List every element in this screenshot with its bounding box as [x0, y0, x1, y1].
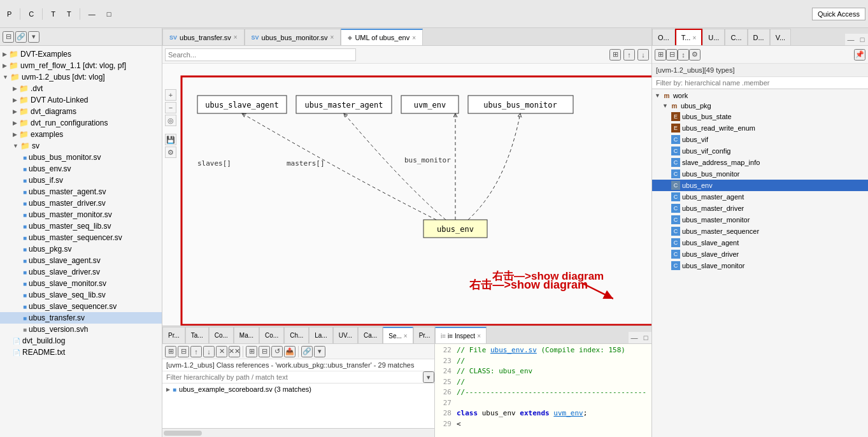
- tab-se[interactable]: Se... ×: [383, 327, 413, 343]
- tab-close-se[interactable]: ×: [404, 333, 408, 340]
- tab-uv[interactable]: UV...: [333, 327, 358, 343]
- hide-button[interactable]: ⊟: [259, 346, 270, 357]
- right-toolbar-btn4[interactable]: ⚙: [689, 49, 701, 61]
- quick-access-button[interactable]: Quick Access: [812, 8, 865, 20]
- refresh-button[interactable]: ↺: [271, 346, 283, 357]
- right-tree-ubus-vif-config[interactable]: C ubus_vif_config: [652, 145, 868, 157]
- tree-item-ubus-env[interactable]: ■ ubus_env.sv: [0, 163, 162, 175]
- link-editor-button[interactable]: 🔗: [15, 31, 27, 43]
- right-tree-ubus-master-driver[interactable]: C ubus_master_driver: [652, 203, 868, 214]
- tab-pr2[interactable]: Pr...: [413, 327, 434, 343]
- tree-item-ubus-pkg[interactable]: ■ ubus_pkg.sv: [0, 243, 162, 255]
- nav-down-button[interactable]: ↓: [203, 346, 215, 357]
- copy-button[interactable]: ✕: [216, 346, 227, 357]
- right-tab-v[interactable]: V...: [770, 29, 792, 45]
- tree-item-ubus-version[interactable]: ■ ubus_version.svh: [0, 324, 162, 335]
- collapse-all-button[interactable]: ⊟: [178, 346, 189, 357]
- right-toolbar-btn2[interactable]: ⊟: [666, 49, 678, 61]
- nav-up-button[interactable]: ↑: [190, 346, 202, 357]
- tree-item-dvt[interactable]: ▶ 📁 .dvt: [0, 83, 162, 94]
- tree-item-ubus-slave-driver[interactable]: ■ ubus_slave_driver.sv: [0, 266, 162, 278]
- tree-item-ubus-slave-seq2[interactable]: ■ ubus_slave_sequencer.sv: [0, 301, 162, 312]
- copy-all-button[interactable]: ✕✕: [229, 346, 240, 357]
- menu-button[interactable]: ▾: [28, 31, 39, 43]
- diagram-option-button[interactable]: ⚙: [165, 147, 176, 158]
- toolbar-minus-button[interactable]: —: [84, 8, 100, 20]
- tab-uml-ubus-env[interactable]: ◆ UML of ubus_env ×: [341, 29, 423, 45]
- tree-item-dvt-examples[interactable]: ▶ 📁 DVT-Examples: [0, 48, 162, 60]
- right-tree-ubus-slave-driver[interactable]: C ubus_slave_driver: [652, 248, 868, 260]
- right-tree-ubus-rw-enum[interactable]: E ubus_read_write_enum: [652, 122, 868, 134]
- right-tree-ubus-master-seq[interactable]: C ubus_master_sequencer: [652, 226, 868, 237]
- toolbar-t1-button[interactable]: T: [46, 8, 60, 20]
- tree-item-dvt-auto[interactable]: ▶ 📁 DVT Auto-Linked: [0, 94, 162, 106]
- tree-item-ubus-master-seq2[interactable]: ■ ubus_master_sequencer.sv: [0, 232, 162, 243]
- tab-ch[interactable]: Ch...: [284, 327, 309, 343]
- right-filter-input[interactable]: [652, 77, 868, 89]
- right-tree-ubus-slave-agent[interactable]: C ubus_slave_agent: [652, 237, 868, 248]
- menu-button[interactable]: ▾: [314, 346, 325, 357]
- tree-item-ubus-transfer[interactable]: ■ ubus_transfer.sv: [0, 312, 162, 324]
- tree-item-ubus-bus-monitor[interactable]: ■ ubus_bus_monitor.sv: [0, 152, 162, 163]
- search-input[interactable]: [165, 48, 356, 61]
- tree-item-uvm-ref[interactable]: ▶ 📁 uvm_ref_flow_1.1 [dvt: vlog, pf]: [0, 60, 162, 71]
- zoom-out-button[interactable]: −: [165, 102, 176, 113]
- nav-down-button[interactable]: ↓: [637, 49, 649, 61]
- tree-item-ubus-master-driver[interactable]: ■ ubus_master_driver.sv: [0, 197, 162, 209]
- show-button[interactable]: ⊞: [246, 346, 257, 357]
- tree-item-ubus-slave-monitor[interactable]: ■ ubus_slave_monitor.sv: [0, 278, 162, 289]
- filter-menu-button[interactable]: ▾: [423, 371, 434, 383]
- tab-co2[interactable]: Co...: [259, 327, 284, 343]
- tree-item-ubus-slave-seq[interactable]: ■ ubus_slave_seq_lib.sv: [0, 289, 162, 301]
- right-toolbar-pin[interactable]: 📌: [854, 49, 865, 61]
- zoom-in-button[interactable]: +: [165, 89, 176, 101]
- right-tree-ubus-pkg[interactable]: ▼ m ubus_pkg: [652, 101, 868, 111]
- list-item-scoreboard[interactable]: ▶ ■ ubus_example_scoreboard.sv (3 matche…: [162, 383, 434, 395]
- right-tree-ubus-bus-monitor[interactable]: C ubus_bus_monitor: [652, 168, 868, 180]
- tree-item-dvt-run[interactable]: ▶ 📁 dvt_run_configurations: [0, 117, 162, 129]
- right-toolbar-btn1[interactable]: ⊞: [655, 49, 666, 61]
- tree-item-sv[interactable]: ▼ 📁 sv: [0, 140, 162, 152]
- collapse-all-button[interactable]: ⊟: [3, 31, 14, 43]
- tree-item-uvm-ubus[interactable]: ▼ 📁 uvm-1.2_ubus [dvt: vlog]: [0, 71, 162, 83]
- tab-close-inspect[interactable]: ×: [477, 333, 481, 340]
- right-tab-t[interactable]: T... ×: [675, 29, 703, 45]
- minimize-inspect-button[interactable]: —: [629, 332, 640, 343]
- toolbar-c-button[interactable]: C: [24, 8, 38, 20]
- tab-pr1[interactable]: Pr...: [162, 327, 185, 343]
- tree-item-ubus-master-agent[interactable]: ■ ubus_master_agent.sv: [0, 186, 162, 197]
- tab-ma[interactable]: Ma...: [234, 327, 259, 343]
- right-tab-d[interactable]: D...: [748, 29, 770, 45]
- file-link[interactable]: ubus_env.sv: [490, 346, 537, 354]
- zoom-fit-button[interactable]: ⊞: [609, 49, 621, 61]
- toolbar-p-button[interactable]: P: [3, 8, 16, 20]
- right-tree-ubus-env[interactable]: C ubus_env: [652, 180, 868, 191]
- maximize-right-button[interactable]: □: [857, 34, 868, 45]
- tab-ubus-transfer[interactable]: SV ubus_transfer.sv ×: [162, 29, 245, 45]
- right-tree-ubus-bus-state[interactable]: E ubus_bus_state: [652, 111, 868, 122]
- tab-close-button[interactable]: ×: [412, 34, 416, 41]
- tab-inspect[interactable]: i≡ i≡ Inspect ×: [435, 327, 487, 343]
- tab-close-t[interactable]: ×: [692, 34, 696, 41]
- right-toolbar-btn3[interactable]: ↕: [678, 49, 689, 61]
- maximize-inspect-button[interactable]: □: [640, 332, 651, 343]
- link-button[interactable]: 🔗: [301, 346, 313, 357]
- tree-item-ubus-master-seq[interactable]: ■ ubus_master_seq_lib.sv: [0, 220, 162, 232]
- right-tree-ubus-master-agent[interactable]: C ubus_master_agent: [652, 191, 868, 203]
- tree-item-ubus-slave-agent[interactable]: ■ ubus_slave_agent.sv: [0, 255, 162, 266]
- nav-up-button[interactable]: ↑: [623, 49, 635, 61]
- tree-item-readme[interactable]: 📄 README.txt: [0, 347, 162, 358]
- tab-close-button[interactable]: ×: [234, 34, 238, 41]
- tab-ca[interactable]: Ca...: [358, 327, 383, 343]
- horizontal-scrollbar[interactable]: [162, 428, 434, 437]
- tree-item-examples[interactable]: ▶ 📁 examples: [0, 129, 162, 140]
- minimize-right-button[interactable]: —: [845, 34, 857, 45]
- bottom-filter-input[interactable]: [162, 371, 423, 383]
- tree-item-dvt-diagrams[interactable]: ▶ 📁 dvt_diagrams: [0, 106, 162, 117]
- expand-all-button[interactable]: ⊞: [165, 346, 176, 357]
- toolbar-square-button[interactable]: □: [103, 8, 116, 20]
- right-tree-work[interactable]: ▼ m work: [652, 90, 868, 101]
- tab-close-button[interactable]: ×: [331, 34, 334, 41]
- export-button[interactable]: 📤: [284, 346, 295, 357]
- tab-la[interactable]: La...: [309, 327, 332, 343]
